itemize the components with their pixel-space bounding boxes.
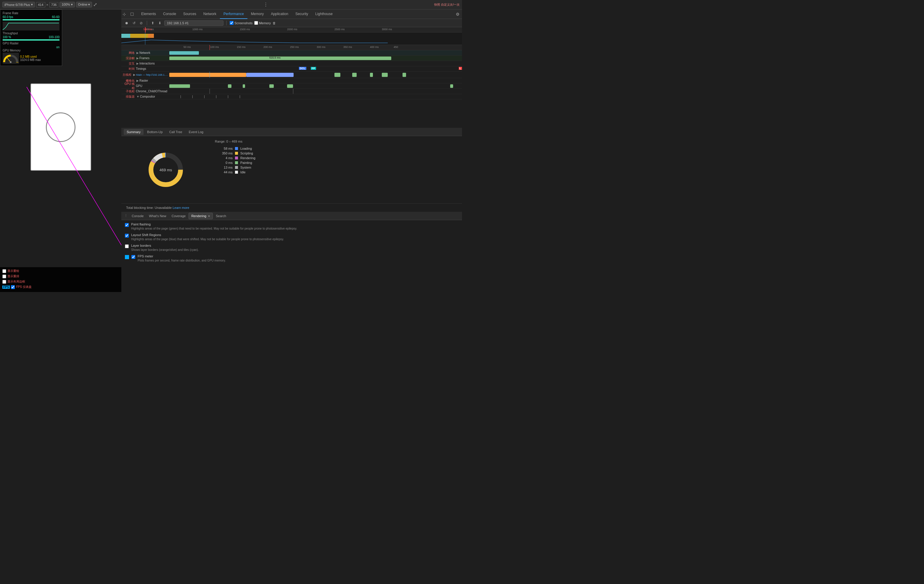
main-track	[169, 72, 462, 78]
frames-expand[interactable]: ▶	[136, 56, 139, 60]
rendering-item-layout: Layout Shift Regions Highlights areas of…	[125, 233, 459, 242]
time-cursor	[145, 33, 145, 45]
stop-btn[interactable]: ⊘	[139, 20, 144, 26]
zoom-selector[interactable]: 100% ▾	[59, 2, 74, 7]
record-btn[interactable]: ⏺	[124, 20, 130, 26]
fps-info: FPS meter Plots frames per second, frame…	[138, 255, 459, 263]
rendering-tab-close[interactable]: ✕	[208, 214, 210, 218]
rotate-icon[interactable]: ⤢	[93, 2, 97, 7]
tab-network[interactable]: Network	[200, 10, 220, 19]
reload-btn[interactable]: ↺	[131, 20, 137, 26]
tab-call-tree[interactable]: Call Tree	[166, 129, 185, 135]
checkbox-fps[interactable]	[11, 285, 15, 289]
cursor-icon[interactable]: ⊹	[121, 11, 127, 18]
drawer-tab-search[interactable]: Search	[213, 213, 228, 219]
gpu-memory-chart	[3, 53, 19, 64]
phone-circle	[46, 112, 76, 142]
upload-btn[interactable]: ⬆	[150, 20, 155, 26]
learn-more-link[interactable]: Learn more	[173, 206, 189, 209]
memory-label: Memory	[259, 21, 271, 25]
rendering-value: 4 ms	[215, 156, 233, 160]
tab-performance[interactable]: Performance	[220, 10, 248, 19]
childio-track	[169, 89, 462, 94]
device-selector[interactable]: iPhone 6/7/8 Plus ▾	[2, 2, 35, 7]
paint-checkbox[interactable]	[125, 223, 129, 227]
interactions-track	[169, 61, 462, 66]
screenshots-checkbox[interactable]	[230, 21, 234, 25]
interactions-expand[interactable]: ▶	[136, 62, 139, 65]
dimension-cross: ×	[46, 3, 48, 7]
checkbox-layout[interactable]	[2, 275, 6, 278]
network-en: Network	[139, 51, 150, 54]
gpu-bar-4	[269, 84, 274, 88]
tab-console[interactable]: Console	[160, 10, 180, 19]
gpu-raster-title: GPU Raster	[3, 42, 59, 45]
tab-application[interactable]: Application	[267, 10, 292, 19]
timings-row: 时间 Timings DCL FP L	[121, 66, 462, 72]
paint-info: Paint flashing Highlights areas of the p…	[131, 222, 459, 231]
system-label: System	[240, 166, 251, 169]
tab-sources[interactable]: Sources	[180, 10, 200, 19]
main-bar-g4	[382, 73, 388, 77]
tab-security[interactable]: Security	[292, 10, 312, 19]
tab-summary[interactable]: Summary	[124, 129, 144, 135]
frames-track: 515.5 ms	[169, 56, 462, 61]
main-expand[interactable]: ▶	[133, 73, 136, 76]
compositor-row: 排版器 ▼ Compositor	[121, 94, 462, 99]
memory-checkbox[interactable]	[254, 21, 258, 25]
network-bar	[169, 51, 199, 55]
main-bar-g3	[370, 73, 373, 77]
scripting-label: Scripting	[240, 151, 253, 155]
fps-bar	[3, 19, 59, 20]
inspect-icon[interactable]: ☐	[129, 11, 135, 18]
childio-en: Chrome_ChildIOThread	[136, 90, 167, 93]
fps-meter-checkbox[interactable]	[131, 255, 135, 259]
drawer-tab-console[interactable]: Console	[129, 213, 146, 219]
network-label-area: 网络 ▶ Network	[121, 51, 169, 55]
settings-icon[interactable]: ⚙	[454, 11, 462, 18]
download-btn[interactable]: ⬇	[157, 20, 162, 26]
gpu-zh: GPU 线程	[122, 82, 136, 90]
dcl-badge: DCL	[299, 67, 306, 70]
width-input[interactable]: 414	[36, 2, 45, 7]
drawer-more[interactable]: ⋮	[123, 213, 129, 219]
loading-label: Loading	[240, 147, 252, 150]
system-dot	[235, 166, 238, 169]
drawer-tab-rendering[interactable]: Rendering ✕	[188, 213, 213, 219]
gpu-raster-value: on	[3, 46, 59, 49]
more-icon[interactable]: ⋮	[263, 2, 268, 7]
fps-title: FPS meter	[138, 255, 459, 258]
layout-checkbox[interactable]	[125, 234, 129, 238]
compositor-track	[169, 94, 462, 99]
gpu-en: GPU	[136, 84, 142, 87]
network-throttle[interactable]: Online ▾	[76, 2, 92, 7]
height-input[interactable]: 736	[50, 2, 58, 7]
tab-bottom-up[interactable]: Bottom-Up	[144, 129, 166, 135]
childio-label-area: 子线程 Chrome_ChildIOThread	[121, 89, 169, 94]
layer-checkbox[interactable]	[125, 244, 129, 248]
time-marker-label: 500 ms	[143, 28, 152, 31]
tab-lighthouse[interactable]: Lighthouse	[312, 10, 336, 19]
checkbox-layer[interactable]	[2, 280, 6, 284]
device-label: iPhone 6/7/8 Plus	[5, 3, 30, 7]
label-fps: FPS 仪表盘	[16, 285, 31, 289]
checkbox-paint[interactable]	[2, 269, 6, 273]
drawer-tab-coverage[interactable]: Coverage	[169, 213, 188, 219]
drawer-tab-whats-new[interactable]: What's New	[147, 213, 168, 219]
fps-range: 60-60	[52, 15, 59, 19]
screenshots-toggle[interactable]: Screenshots	[230, 21, 252, 25]
tab-memory[interactable]: Memory	[248, 10, 267, 19]
memory-toggle[interactable]: Memory	[254, 21, 271, 25]
main-bar-blue	[246, 73, 294, 77]
fps-highlight: FPS	[2, 286, 10, 289]
childio-tick	[210, 89, 210, 94]
left-panel: Frame Rate 60.0 fps 60-60 Throughput 100…	[0, 10, 121, 292]
tab-elements[interactable]: Elements	[138, 10, 160, 19]
idle-label: Idle	[240, 170, 246, 174]
clear-btn[interactable]: 🗑	[272, 21, 276, 25]
network-expand[interactable]: ▶	[136, 51, 139, 54]
childio-row: 子线程 Chrome_ChildIOThread	[121, 89, 462, 94]
main-cursor	[210, 72, 210, 78]
tab-event-log[interactable]: Event Log	[186, 129, 206, 135]
compositor-expand[interactable]: ▼	[136, 95, 140, 98]
